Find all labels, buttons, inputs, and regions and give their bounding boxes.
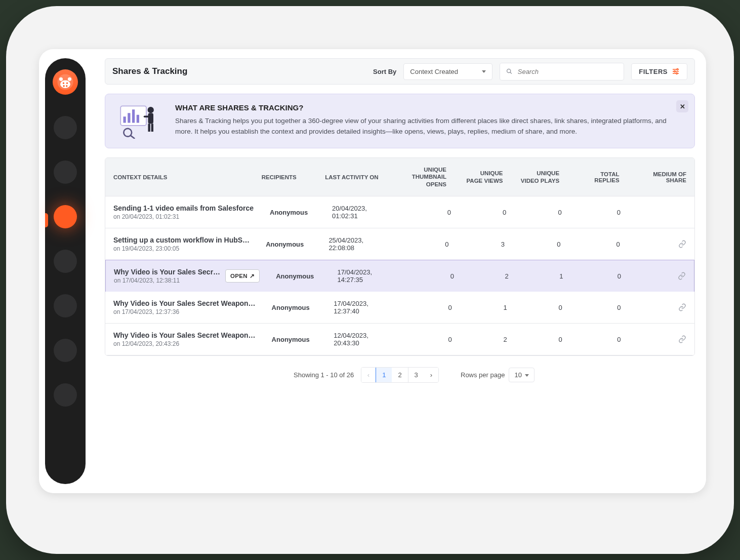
row-medium: [629, 205, 694, 220]
filters-button[interactable]: FILTERS: [631, 63, 687, 80]
svg-point-14: [674, 71, 676, 72]
pager: ‹ 123 ›: [361, 367, 439, 383]
svg-point-13: [677, 69, 678, 70]
row-title: Why Video is Your Sales Secret Weapon…: [113, 299, 256, 307]
banner-title: WHAT ARE SHARES & TRACKING?: [175, 103, 683, 112]
app-surface: Shares & Tracking Sort By Context Create…: [39, 49, 706, 493]
svg-point-4: [63, 83, 64, 84]
row-medium[interactable]: [629, 296, 694, 319]
svg-point-7: [66, 85, 67, 87]
sidebar: [45, 58, 86, 484]
rows-per-page-value: 10: [514, 371, 521, 379]
svg-rect-20: [137, 115, 139, 123]
svg-rect-19: [132, 109, 135, 123]
row-thumb-opens: 0: [390, 233, 457, 256]
search-box[interactable]: [500, 63, 624, 81]
row-recipients: Anonymous: [264, 296, 326, 319]
svg-rect-25: [148, 124, 150, 132]
banner-illustration: [116, 103, 162, 139]
sidebar-item-0[interactable]: [54, 116, 77, 139]
row-last-activity: 12/04/2023, 20:43:30: [325, 324, 394, 354]
link-icon: [678, 272, 686, 280]
row-recipients: Anonymous: [268, 265, 329, 288]
svg-rect-24: [148, 113, 154, 124]
row-title: Why Video is Your Sales Secret Weapon…: [113, 331, 256, 339]
svg-point-6: [63, 85, 65, 87]
banner-body: Shares & Tracking helps you put together…: [175, 116, 683, 137]
table-row[interactable]: Setting up a custom workflow in HubS… on…: [105, 228, 694, 260]
svg-point-5: [66, 83, 68, 84]
row-medium[interactable]: [629, 328, 694, 351]
banner-close-button[interactable]: ✕: [676, 100, 688, 112]
svg-point-8: [507, 69, 511, 72]
pager-page-1[interactable]: 1: [376, 367, 392, 383]
table-row[interactable]: Why Video is Your Sales Secret Weapon… o…: [105, 292, 694, 324]
pager-page-2[interactable]: 2: [392, 368, 408, 382]
sidebar-item-1[interactable]: [54, 161, 77, 184]
svg-point-3: [68, 77, 71, 81]
open-button[interactable]: OPEN↗: [225, 269, 260, 283]
row-page-views: 2: [462, 265, 517, 288]
row-title: Sending 1-1 video emails from Salesforce: [113, 204, 254, 212]
row-page-views: 2: [460, 328, 515, 351]
pager-next[interactable]: ›: [424, 368, 438, 382]
link-icon: [678, 335, 686, 343]
pager-prev[interactable]: ‹: [361, 368, 376, 382]
row-last-activity: 17/04/2023, 14:27:35: [329, 261, 397, 291]
svg-rect-17: [124, 116, 126, 123]
info-banner: ✕ WHAT ARE SHARES & TR: [105, 94, 695, 148]
svg-line-22: [131, 136, 135, 139]
main-area: Shares & Tracking Sort By Context Create…: [94, 49, 706, 493]
col-context: CONTEXT DETAILS: [105, 166, 254, 188]
page-title: Shares & Tracking: [112, 66, 366, 76]
col-video-plays: UNIQUE VIDEO PLAYS: [511, 162, 568, 192]
col-page-views: UNIQUE PAGE VIEWS: [455, 162, 511, 192]
sidebar-item-4[interactable]: [54, 294, 77, 317]
sidebar-item-5[interactable]: [54, 339, 77, 362]
device-frame: Shares & Tracking Sort By Context Create…: [6, 6, 734, 554]
row-medium[interactable]: [628, 232, 694, 256]
sort-by-label: Sort By: [373, 68, 396, 75]
sidebar-active-indicator: [45, 213, 48, 227]
rows-per-page: Rows per page 10: [461, 368, 535, 382]
row-page-views: 0: [459, 201, 514, 224]
svg-rect-27: [144, 116, 149, 118]
link-icon: [678, 240, 686, 248]
table-row[interactable]: Why Video is Your Sales Secr… on 17/04/2…: [105, 260, 694, 292]
row-last-activity: 25/04/2023, 22:08:08: [320, 229, 390, 259]
pager-page-3[interactable]: 3: [408, 368, 424, 382]
sidebar-item-3[interactable]: [54, 250, 77, 273]
row-thumb-opens: 0: [393, 201, 459, 224]
row-timestamp: on 19/04/2023, 23:00:05: [113, 245, 250, 252]
chevron-down-icon: [482, 70, 486, 73]
row-total-replies: 0: [568, 233, 628, 256]
col-thumb-opens: UNIQUE THUMBNAIL OPENS: [388, 158, 455, 196]
row-video-plays: 0: [515, 328, 570, 351]
search-input[interactable]: [517, 67, 618, 76]
link-icon: [678, 303, 686, 311]
sort-by-value: Context Created: [410, 68, 458, 75]
col-recipients: RECIPIENTS: [254, 166, 317, 188]
sidebar-item-2[interactable]: [54, 205, 77, 228]
sidebar-avatar[interactable]: [53, 69, 78, 95]
row-video-plays: 0: [515, 296, 570, 319]
row-thumb-opens: 0: [394, 296, 460, 319]
rows-per-page-select[interactable]: 10: [509, 368, 534, 382]
row-video-plays: 1: [517, 265, 571, 288]
row-medium[interactable]: [629, 264, 694, 288]
row-total-replies: 0: [571, 265, 629, 288]
table-row[interactable]: Sending 1-1 video emails from Salesforce…: [105, 196, 694, 228]
table-row[interactable]: Why Video is Your Sales Secret Weapon… o…: [105, 324, 694, 355]
filters-label: FILTERS: [639, 68, 668, 75]
svg-point-15: [676, 73, 678, 74]
sort-by-select[interactable]: Context Created: [403, 63, 492, 80]
svg-point-2: [59, 77, 63, 81]
row-timestamp: on 20/04/2023, 01:02:31: [113, 213, 254, 220]
pagination-showing: Showing 1 - 10 of 26: [294, 371, 354, 379]
table-header-row: CONTEXT DETAILS RECIPIENTS LAST ACTIVITY…: [105, 158, 694, 196]
col-last-activity: LAST ACTIVITY ON: [317, 166, 387, 188]
sidebar-item-6[interactable]: [54, 383, 77, 407]
row-last-activity: 17/04/2023, 12:37:40: [325, 292, 394, 323]
pagination-bar: Showing 1 - 10 of 26 ‹ 123 › Rows per pa…: [105, 367, 695, 383]
row-timestamp: on 17/04/2023, 12:37:36: [113, 308, 256, 315]
